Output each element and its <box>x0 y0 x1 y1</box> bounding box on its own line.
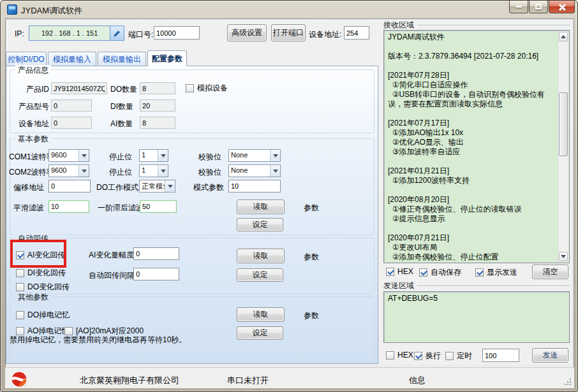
di-report-checkbox[interactable]: DI变化回传 <box>16 268 66 279</box>
ip-edit-button[interactable] <box>110 26 124 40</box>
memory-hint-text: 禁用掉电记忆，需要禁用前关闭继电器再等待10秒。 <box>10 335 186 345</box>
device-addr-input[interactable] <box>51 117 92 129</box>
do-report-checkbox[interactable]: DO变化回传 <box>16 282 70 293</box>
resize-grip[interactable] <box>563 377 572 386</box>
analog-device-checkbox[interactable]: 模拟设备 <box>186 83 228 94</box>
arrow-down-icon <box>561 255 566 258</box>
tab-config-params[interactable]: 配置参数 <box>147 50 187 66</box>
stop-bit2-select[interactable]: 1 <box>139 164 168 177</box>
auto-report-set-button[interactable]: 设定 <box>237 268 283 282</box>
autosave-checkbox[interactable]: 自动保存 <box>419 267 461 278</box>
device-address-input[interactable] <box>344 26 369 40</box>
product-info-title: 产品信息 <box>15 65 51 76</box>
newline-checkbox[interactable]: 换行 <box>414 351 441 361</box>
juying-logo <box>11 371 27 388</box>
com1-baud-select[interactable]: 9600 <box>48 149 89 162</box>
checkbox-box <box>445 352 454 360</box>
receive-area-header: 接收区域 <box>383 20 570 31</box>
chevron-down-icon[interactable] <box>78 165 89 177</box>
di-count-input[interactable] <box>140 99 175 112</box>
app-icon[interactable] <box>7 4 17 15</box>
open-port-button[interactable]: 打开端口 <box>271 24 306 41</box>
auto-report-read-button[interactable]: 读取 <box>237 249 285 263</box>
port-input[interactable] <box>154 26 200 40</box>
do-mode-select[interactable]: 正常模式 <box>139 180 175 192</box>
report-interval-input[interactable] <box>133 268 179 280</box>
ip-value[interactable]: 192 . 168 . 1 . 151 <box>29 26 110 40</box>
send-area-header: 发送区域 <box>383 280 570 291</box>
checkbox-box <box>16 311 24 319</box>
status-bar: JUYING ELECTRONIC 北京聚英翱翔电子有限公司 串口未打开 信息 <box>5 367 574 388</box>
parity1-select[interactable]: None <box>228 149 281 162</box>
app-window: JYDAM调试软件 IP: 192 . 168 . 1 . 151 端口号: 高… <box>0 0 578 392</box>
send-text: AT+DEBUG=5 <box>388 294 565 341</box>
product-id-label: 产品ID <box>10 84 49 95</box>
ai-delta-label: AI变化量幅度 <box>89 250 134 261</box>
chevron-down-icon[interactable] <box>158 165 168 177</box>
basic-params-title: 基本参数 <box>15 134 51 145</box>
parity2-label: 校验位 <box>198 167 221 178</box>
close-icon <box>558 3 566 11</box>
send-button[interactable]: 发送 <box>532 348 568 363</box>
lag-filter-input[interactable] <box>140 200 177 213</box>
stop-bit1-select[interactable]: 1 <box>139 149 168 162</box>
port-label: 端口号: <box>128 29 153 40</box>
timer-checkbox[interactable]: 定时 <box>445 351 472 361</box>
chevron-down-icon[interactable] <box>270 150 280 161</box>
smooth-filter-input[interactable] <box>48 200 89 213</box>
checkbox-box <box>16 269 24 277</box>
di-count-label: DI数量 <box>110 101 133 112</box>
show-send-checkbox[interactable]: 显示发送 <box>475 267 517 278</box>
model-input[interactable] <box>51 99 92 112</box>
info-panel-text: 信息 <box>409 375 426 386</box>
ai-count-input[interactable] <box>140 117 175 129</box>
minimize-button[interactable] <box>509 1 528 13</box>
ai-delta-input[interactable] <box>133 247 179 260</box>
other-params-word: 参数 <box>304 310 319 321</box>
titlebar[interactable]: JYDAM调试软件 <box>1 1 578 18</box>
advanced-settings-button[interactable]: 高级设置 <box>227 24 267 41</box>
ip-field[interactable]: 192 . 168 . 1 . 151 <box>29 25 124 41</box>
parity2-select[interactable]: None <box>228 164 281 177</box>
tab-analog-input[interactable]: 模拟量输入 <box>48 52 96 66</box>
basic-set-button[interactable]: 设定 <box>237 218 283 231</box>
offset-input[interactable] <box>48 180 91 192</box>
chevron-down-icon[interactable] <box>158 150 168 161</box>
send-hex-checkbox[interactable]: HEX <box>386 351 413 359</box>
receive-textarea[interactable]: JYDAM调试软件 版本号：2.3.7879.36494 [2021-07-28… <box>383 30 570 263</box>
clear-button[interactable]: 清空 <box>532 265 568 279</box>
chevron-down-icon[interactable] <box>270 165 280 177</box>
tab-analog-output[interactable]: 模拟量输出 <box>98 52 146 66</box>
timer-interval-input[interactable] <box>482 349 519 362</box>
company-name: 北京聚英翱翔电子有限公司 <box>80 375 179 386</box>
stop-bit1-label: 停止位 <box>109 152 132 163</box>
other-set-button[interactable]: 设定 <box>237 326 283 340</box>
report-interval-label: 自动回传间隔 <box>89 270 135 281</box>
receive-scrollbar[interactable] <box>558 31 568 262</box>
scroll-up-button[interactable] <box>559 32 568 41</box>
scrollbar-thumb[interactable] <box>559 92 568 156</box>
close-button[interactable] <box>549 1 575 13</box>
mode-param-input[interactable] <box>228 180 281 192</box>
checkbox-box <box>419 268 427 277</box>
chevron-down-icon[interactable] <box>165 180 175 192</box>
tab-control-dido[interactable]: 控制DI/DO <box>6 52 47 66</box>
com2-baud-label: COM2波特率 <box>9 167 54 178</box>
chevron-down-icon[interactable] <box>78 150 89 161</box>
minimize-icon <box>516 6 522 8</box>
basic-read-button[interactable]: 读取 <box>237 200 285 214</box>
window-title: JYDAM调试软件 <box>21 5 82 17</box>
mode-param-label: 模式参数 <box>193 182 224 193</box>
port-status-text: 串口未打开 <box>227 375 269 386</box>
scroll-down-button[interactable] <box>559 252 568 261</box>
do-memory-checkbox[interactable]: DO掉电记忆 <box>16 310 70 321</box>
maximize-button[interactable] <box>529 1 548 13</box>
model-label: 产品型号 <box>10 101 49 112</box>
product-id-input[interactable] <box>51 82 107 94</box>
other-read-button[interactable]: 读取 <box>237 307 285 322</box>
lag-filter-label: 一阶滞后滤波 <box>98 203 144 214</box>
receive-hex-checkbox[interactable]: HEX <box>386 267 413 276</box>
send-textarea[interactable]: AT+DEBUG=5 <box>383 291 570 343</box>
do-count-input[interactable] <box>140 82 175 94</box>
com2-baud-select[interactable]: 9600 <box>48 164 89 177</box>
